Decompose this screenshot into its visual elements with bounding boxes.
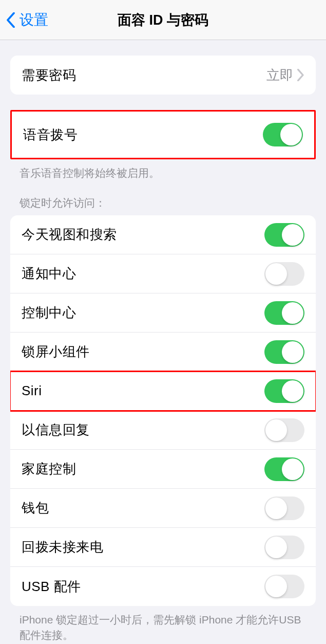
- require-passcode-label: 需要密码: [22, 66, 76, 84]
- toggle-knob: [265, 576, 287, 597]
- back-label: 设置: [20, 10, 48, 30]
- lock-access-row: Siri: [10, 372, 316, 411]
- lock-access-label: 以信息回复: [22, 421, 90, 439]
- lock-access-footer: iPhone 锁定超过一小时后，需先解锁 iPhone 才能允许USB 配件连接…: [0, 606, 326, 642]
- toggle-knob: [265, 263, 287, 285]
- passcode-group: 需要密码 立即: [10, 56, 316, 95]
- toggle-knob: [265, 498, 287, 519]
- lock-access-row: 以信息回复: [10, 411, 316, 450]
- voice-dial-label: 语音拨号: [23, 126, 78, 144]
- lock-access-toggle[interactable]: [264, 262, 304, 286]
- lock-access-label: 今天视图和搜索: [22, 226, 117, 244]
- toggle-knob: [282, 458, 303, 480]
- lock-access-header: 锁定时允许访问：: [0, 180, 326, 215]
- back-chevron-icon: [6, 12, 15, 28]
- require-passcode-value: 立即: [266, 66, 304, 84]
- voice-dial-footer: 音乐语音控制将始终被启用。: [0, 159, 326, 180]
- nav-bar: 设置 面容 ID 与密码: [0, 0, 326, 40]
- toggle-knob: [265, 419, 287, 441]
- back-button[interactable]: 设置: [0, 10, 48, 30]
- lock-access-row: 今天视图和搜索: [10, 215, 316, 254]
- lock-access-toggle[interactable]: [264, 575, 304, 598]
- lock-access-row: 回拨未接来电: [10, 528, 316, 567]
- lock-access-group: 今天视图和搜索通知中心控制中心锁屏小组件Siri以信息回复家庭控制钱包回拨未接来…: [10, 215, 316, 606]
- toggle-knob: [280, 124, 302, 145]
- require-passcode-value-text: 立即: [266, 66, 293, 84]
- toggle-knob: [282, 341, 303, 363]
- toggle-knob: [282, 380, 303, 402]
- toggle-knob: [282, 224, 303, 246]
- lock-access-toggle[interactable]: [264, 496, 304, 520]
- lock-access-toggle[interactable]: [264, 340, 304, 364]
- lock-access-row: 控制中心: [10, 293, 316, 333]
- lock-access-row: USB 配件: [10, 567, 316, 606]
- require-passcode-row[interactable]: 需要密码 立即: [10, 56, 316, 95]
- voice-dial-toggle[interactable]: [263, 123, 303, 146]
- lock-access-toggle[interactable]: [264, 536, 304, 559]
- voice-dial-row: 语音拨号: [12, 112, 314, 158]
- lock-access-label: 回拨未接来电: [22, 538, 103, 556]
- lock-access-row: 钱包: [10, 489, 316, 528]
- lock-access-toggle[interactable]: [264, 457, 304, 481]
- lock-access-toggle[interactable]: [264, 418, 304, 442]
- lock-access-label: 钱包: [22, 499, 49, 517]
- lock-access-label: Siri: [22, 383, 42, 399]
- toggle-knob: [265, 537, 287, 558]
- voice-dial-group: 语音拨号: [10, 110, 316, 159]
- lock-access-row: 锁屏小组件: [10, 333, 316, 372]
- toggle-knob: [282, 302, 303, 324]
- lock-access-label: 锁屏小组件: [22, 343, 90, 361]
- lock-access-toggle[interactable]: [264, 223, 304, 247]
- lock-access-toggle[interactable]: [264, 301, 304, 325]
- chevron-right-icon: [297, 69, 304, 81]
- lock-access-label: USB 配件: [22, 578, 81, 596]
- lock-access-label: 通知中心: [22, 265, 76, 283]
- lock-access-label: 控制中心: [22, 304, 76, 322]
- lock-access-label: 家庭控制: [22, 460, 76, 478]
- lock-access-row: 通知中心: [10, 254, 316, 293]
- lock-access-toggle[interactable]: [264, 379, 304, 403]
- lock-access-row: 家庭控制: [10, 450, 316, 489]
- page-title: 面容 ID 与密码: [118, 11, 208, 29]
